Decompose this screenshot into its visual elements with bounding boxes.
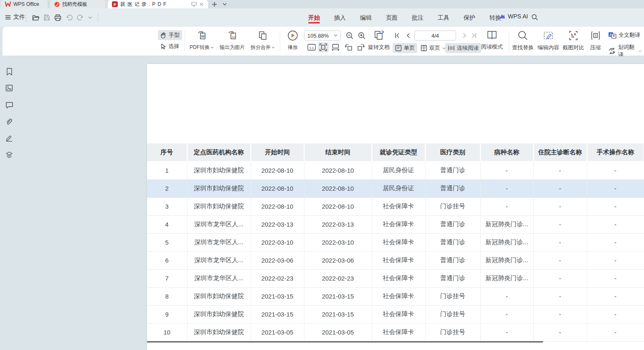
menu-item[interactable]: 页面 <box>385 10 398 25</box>
signature-icon[interactable] <box>5 133 14 143</box>
fit-width-button[interactable] <box>330 42 341 52</box>
tab-docer[interactable]: 找稻壳模板 <box>50 0 105 8</box>
table-cell: 10 <box>147 323 187 341</box>
actual-size-button[interactable]: 1:1 <box>306 42 317 52</box>
separator <box>98 13 98 22</box>
last-page-button[interactable] <box>469 31 479 41</box>
redo-icon[interactable] <box>75 13 85 22</box>
print-icon[interactable] <box>53 13 63 22</box>
table-cell: 2022-03-13 <box>304 215 372 233</box>
monitor-icon[interactable] <box>191 2 197 7</box>
comment-icon[interactable] <box>5 100 14 110</box>
rotate-right-button[interactable] <box>355 42 366 52</box>
thumbnail-icon[interactable] <box>5 83 14 92</box>
tab-list-button[interactable] <box>221 0 229 8</box>
tab-wps-office[interactable]: WPS Office <box>1 0 48 8</box>
read-mode-button[interactable]: 阅读模式 <box>479 30 505 51</box>
edit-content-button[interactable]: 编辑内容 <box>537 30 560 51</box>
table-cell: - <box>587 179 644 197</box>
first-page-button[interactable] <box>392 31 403 41</box>
table-cell: 社会保障卡 <box>372 215 425 233</box>
table-cell: 社会保障卡 <box>372 269 425 287</box>
table-cell: - <box>533 323 587 341</box>
table-cell: 门诊挂号 <box>425 287 480 305</box>
table-cell: - <box>480 161 533 179</box>
menu-item[interactable]: 工具 <box>437 10 450 25</box>
single-page-button[interactable]: 单页 <box>393 43 417 53</box>
tab-document-active[interactable]: P 就医记录.PDF <box>108 0 208 8</box>
menu-item[interactable]: 插入 <box>333 10 347 25</box>
menu-bar: 文件 开始插入编辑页面批注工具保护转换 WPS AI <box>0 8 644 27</box>
document-area: 序号定点医药机构名称开始时间结束时间就诊凭证类型医疗类别病种名称住院主诊断名称手… <box>0 56 644 350</box>
bookmark-icon[interactable] <box>5 67 14 76</box>
table-cell: 深圳市妇幼保健院 <box>187 305 251 323</box>
table-row: 3深圳市妇幼保健院2022-08-102022-08-10社会保障卡门诊挂号--… <box>147 197 644 215</box>
continuous-read-button[interactable]: 连续阅读 <box>445 43 481 53</box>
close-icon[interactable] <box>199 2 204 7</box>
menu-item[interactable]: 编辑 <box>359 10 373 25</box>
menu-item[interactable]: 保护 <box>463 10 476 25</box>
menu-item[interactable]: 批注 <box>411 10 424 25</box>
table-cell: 普通门诊 <box>425 179 480 197</box>
screenshot-compare-button[interactable]: 截图对比 <box>562 30 585 51</box>
open-folder-icon[interactable] <box>31 13 41 22</box>
chevron-down-icon <box>271 46 275 49</box>
table-cell: - <box>587 233 644 251</box>
table-cell: - <box>533 251 587 269</box>
wps-ai-icon <box>499 13 505 19</box>
page-indicator-input[interactable]: 4/4 <box>414 31 456 41</box>
table-cell: 2021-03-15 <box>251 287 304 305</box>
rotate-doc-label[interactable]: 旋转文档 <box>368 43 390 51</box>
double-page-button[interactable]: 双页 <box>418 43 448 53</box>
export-image-button[interactable]: 输出为图片 <box>218 30 246 51</box>
table-row: 8深圳市妇幼保健院2021-03-152021-03-15社会保障卡门诊挂号--… <box>147 287 644 305</box>
table-row: 1深圳市妇幼保健院2022-08-102022-08-10居民身份证普通门诊--… <box>147 161 644 179</box>
select-tool-button[interactable]: 选择 <box>158 41 182 51</box>
chevron-down-icon[interactable] <box>85 13 95 22</box>
find-replace-button[interactable]: 查找替换 <box>511 30 535 51</box>
tab-separator <box>48 1 48 7</box>
menu-item[interactable]: 开始 <box>307 10 321 25</box>
tab-bar: WPS Office 找稻壳模板 P 就医记录.PDF <box>0 0 644 8</box>
full-translate-label: 全文翻译 <box>619 31 640 39</box>
separator <box>185 30 185 52</box>
attachment-icon[interactable] <box>5 117 14 126</box>
table-cell: 2022-03-06 <box>304 251 372 269</box>
new-tab-button[interactable] <box>210 0 218 8</box>
search-icon[interactable] <box>530 13 540 22</box>
table-cell: - <box>480 323 533 341</box>
split-merge-button[interactable]: 拆分合并 <box>248 30 277 51</box>
zoom-level-dropdown[interactable]: 105.88% <box>304 31 341 41</box>
table-header-cell: 定点医药机构名称 <box>187 143 251 161</box>
undo-icon[interactable] <box>64 13 74 22</box>
fit-page-button[interactable] <box>318 42 329 52</box>
wps-ai-menu[interactable]: WPS AI <box>499 13 528 20</box>
svg-text:W: W <box>201 34 205 38</box>
table-cell: 普通门诊 <box>425 251 480 269</box>
zoom-out-button[interactable] <box>344 31 355 41</box>
table-cell: - <box>587 215 644 233</box>
table-cell: 社会保障卡 <box>372 233 425 251</box>
table-cell: - <box>587 269 644 287</box>
table-cell: 深圳市妇幼保健院 <box>187 287 251 305</box>
file-menu-button[interactable]: 文件 <box>3 13 27 22</box>
rotate-pages-icon[interactable] <box>373 30 386 41</box>
save-icon[interactable] <box>42 13 52 22</box>
rotate-left-button[interactable] <box>343 42 354 52</box>
find-replace-label: 查找替换 <box>512 44 534 51</box>
table-cell: 2022-03-06 <box>251 251 304 269</box>
play-button[interactable]: 播放 <box>283 30 302 51</box>
table-cell: 居民身份证 <box>372 161 425 179</box>
cursor-icon <box>160 43 166 50</box>
full-translate-button[interactable]: A 全文翻译 <box>606 30 643 40</box>
hand-tool-button[interactable]: 手型 <box>158 30 182 40</box>
layers-icon[interactable] <box>5 150 14 159</box>
zoom-in-button[interactable] <box>356 31 367 41</box>
hand-icon <box>160 32 167 38</box>
compress-button[interactable]: 压缩 <box>587 30 604 51</box>
table-header-cell: 手术操作名称 <box>587 143 644 161</box>
table-cell: 深圳市妇幼保健院 <box>187 179 251 197</box>
prev-page-button[interactable] <box>403 31 413 41</box>
table-cell: - <box>587 161 644 179</box>
pdf-convert-button[interactable]: W PDF转换 <box>187 30 217 51</box>
